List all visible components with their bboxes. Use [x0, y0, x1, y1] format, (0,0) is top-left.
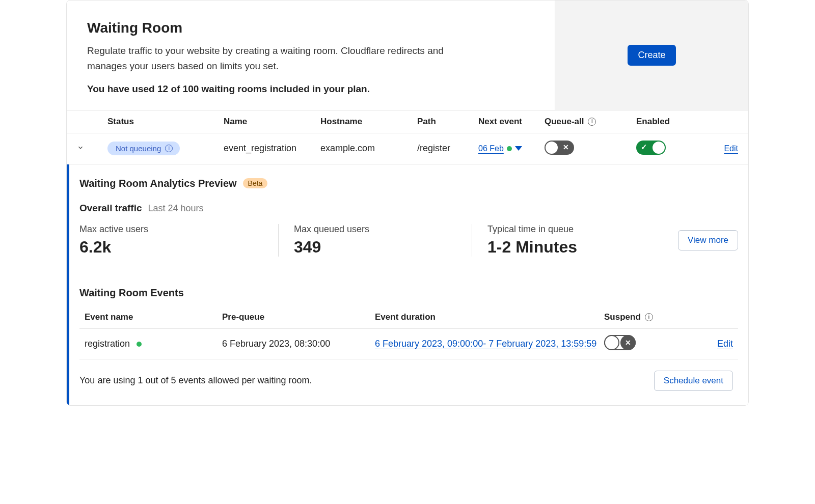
col-name: Name: [220, 117, 316, 127]
col-hostname: Hostname: [316, 117, 413, 127]
queue-all-toggle[interactable]: [545, 141, 574, 155]
events-usage-text: You are using 1 out of 5 events allowed …: [79, 375, 312, 386]
metric-value: 6.2k: [79, 238, 258, 257]
header-actions: Create: [555, 1, 748, 110]
metric-value: 349: [294, 238, 451, 257]
view-more-button[interactable]: View more: [678, 230, 738, 250]
suspend-toggle[interactable]: ✕: [604, 335, 636, 350]
analytics-title-text: Waiting Room Analytics Preview: [79, 178, 237, 189]
event-prequeue: 6 February 2023, 08:30:00: [222, 339, 375, 349]
usage-text: You have used 12 of 100 waiting rooms in…: [87, 83, 534, 95]
enabled-toggle[interactable]: [636, 141, 666, 155]
beta-badge: Beta: [243, 178, 268, 188]
events-table-header: Event name Pre-queue Event duration Susp…: [79, 306, 738, 329]
metric-label: Max active users: [79, 224, 258, 235]
overall-label: Overall traffic: [79, 203, 142, 214]
metric-value: 1-2 Minutes: [487, 238, 658, 257]
events-title: Waiting Room Events: [79, 287, 738, 299]
header: Waiting Room Regulate traffic to your we…: [67, 1, 748, 110]
event-name: registration: [85, 339, 130, 349]
event-name-cell: registration: [79, 339, 222, 349]
room-name: event_registration: [220, 143, 316, 154]
rooms-table-header: Status Name Hostname Path Next event Que…: [67, 110, 748, 133]
next-event-dropdown[interactable]: 06 Feb: [478, 144, 522, 153]
info-icon[interactable]: i: [588, 118, 596, 126]
metrics-row: Max active users 6.2k Max queued users 3…: [79, 224, 738, 257]
rooms-table-row: Not queueing i event_registration exampl…: [67, 133, 748, 164]
room-path: /register: [413, 143, 474, 154]
ev-col-duration: Event duration: [375, 312, 604, 322]
ev-col-prequeue: Pre-queue: [222, 312, 375, 322]
overall-range: Last 24 hours: [148, 203, 204, 214]
status-dot-icon: [137, 342, 142, 347]
col-queue-all: Queue-all i: [540, 117, 632, 127]
analytics-title: Waiting Room Analytics Preview Beta: [79, 178, 267, 189]
info-icon[interactable]: i: [165, 145, 173, 152]
metric-label: Max queued users: [294, 224, 451, 235]
overall-traffic-heading: Overall traffic Last 24 hours: [79, 203, 738, 214]
status-badge: Not queueing i: [107, 142, 180, 155]
next-event-link[interactable]: 06 Feb: [478, 144, 504, 153]
metric-typical-time: Typical time in queue 1-2 Minutes: [472, 224, 678, 257]
col-status: Status: [87, 117, 220, 127]
page-title: Waiting Room: [87, 20, 534, 36]
schedule-event-button[interactable]: Schedule event: [654, 371, 733, 391]
room-hostname: example.com: [316, 143, 413, 154]
edit-room-link[interactable]: Edit: [724, 144, 738, 153]
page-description: Regulate traffic to your website by crea…: [87, 43, 474, 74]
create-button[interactable]: Create: [628, 45, 675, 66]
metric-label: Typical time in queue: [487, 224, 658, 235]
edit-event-link[interactable]: Edit: [717, 339, 733, 349]
info-icon[interactable]: i: [645, 313, 653, 321]
col-path: Path: [413, 117, 474, 127]
header-left: Waiting Room Regulate traffic to your we…: [67, 1, 555, 110]
ev-col-suspend-label: Suspend: [604, 312, 641, 322]
col-next-event: Next event: [474, 117, 540, 127]
chevron-down-icon[interactable]: [77, 144, 84, 151]
ev-col-suspend: Suspend i: [604, 312, 696, 322]
event-duration-link[interactable]: 6 February 2023, 09:00:00- 7 February 20…: [375, 339, 596, 349]
col-enabled: Enabled: [632, 117, 698, 127]
status-dot-icon: [507, 146, 512, 151]
chevron-down-icon[interactable]: [515, 146, 522, 151]
waiting-room-card: Waiting Room Regulate traffic to your we…: [66, 0, 749, 406]
events-table-row: registration 6 February 2023, 08:30:00 6…: [79, 329, 738, 359]
room-expanded-panel: Waiting Room Analytics Preview Beta Over…: [67, 164, 748, 405]
metric-max-active: Max active users 6.2k: [79, 224, 278, 257]
events-footer: You are using 1 out of 5 events allowed …: [79, 359, 738, 396]
status-label: Not queueing: [116, 144, 161, 153]
metric-max-queued: Max queued users 349: [278, 224, 472, 257]
col-queue-all-label: Queue-all: [545, 117, 584, 127]
ev-col-name: Event name: [79, 312, 222, 322]
